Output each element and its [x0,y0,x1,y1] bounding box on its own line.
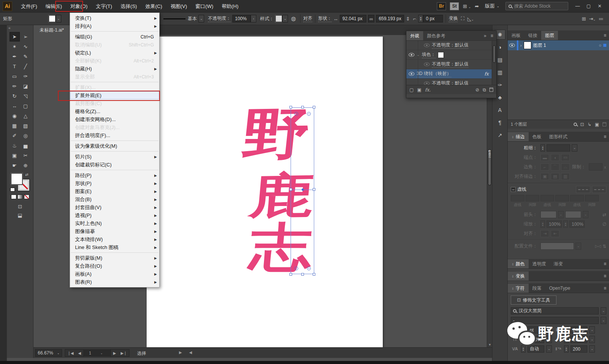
appearance-row-label[interactable]: 不透明度：默认值 [432,61,468,68]
eyedropper-tool[interactable]: ✐ [10,131,20,140]
arrange-documents-icon[interactable]: ⊞ ⌄ [463,3,471,9]
align-dash-button[interactable] [592,186,606,193]
appearance-row-label[interactable]: 不透明度：默认值 [432,80,468,85]
zoom-tool[interactable]: ⊕ [21,161,31,170]
dash-field-3[interactable]: 虚线 [540,195,554,208]
menu-item-文本绕排[interactable]: 文本绕排(W)▶ [70,235,159,243]
menu-item-图表[interactable]: 图表(R)▶ [70,278,159,286]
tab-transform[interactable]: ⇕变换 [508,271,529,281]
arrowhead-start-select[interactable] [540,211,556,218]
constrain-icon[interactable]: ⛶ [461,16,464,22]
panel-menu-icon[interactable]: ≡ [604,273,606,279]
menubar-menu-9[interactable]: 帮助(H) [217,1,243,11]
butt-cap-button[interactable]: ▬ [540,154,549,161]
brush-chevron-icon[interactable]: ⌄ [198,15,204,22]
appearance-scrollbar[interactable] [492,41,496,85]
menu-item-混合[interactable]: 混合(B)▶ [70,195,159,203]
stroke-weight-input[interactable] [547,144,570,152]
draw-mode-icon[interactable]: ⊡ [18,204,22,209]
visibility-eye-icon[interactable] [424,43,430,47]
menubar-menu-1[interactable]: 文件(F) [17,1,42,11]
round-join-button[interactable]: ⌒ [551,163,559,171]
gradient-tool[interactable]: ▧ [21,121,31,131]
panel-menu-icon[interactable]: ≡ [604,286,606,291]
bevel-join-button[interactable]: ⌓ [561,163,570,171]
style-swatch[interactable] [275,15,282,22]
last-artboard-button[interactable]: ▶❘ [118,351,129,355]
menu-item-封套扭曲[interactable]: 封套扭曲(V)▶ [70,203,159,211]
stock-search-input[interactable]: 搜索 Adobe Stock [505,2,568,10]
appearance-row-opacity[interactable]: 不透明度：默认值 [406,60,496,69]
menu-item-图案[interactable]: 图案(E)▶ [70,187,159,195]
eraser-tool[interactable]: ◪ [21,81,31,91]
duplicate-item-icon[interactable]: ⧉ [483,87,486,93]
swap-arrowheads-icon[interactable]: ⇄ [603,212,606,217]
stroke-weight-chevron-icon[interactable]: ⌄ [572,144,577,152]
arrow-scale-end-input[interactable]: 100% [569,220,585,228]
stroke-tab-2[interactable]: 色板 [529,132,545,141]
fill-color-swatch[interactable] [49,15,56,22]
flip-across-icon[interactable]: ⇅ [603,244,606,249]
profile-chevron-icon[interactable]: ⌄ [575,243,581,250]
align-arrow-tip-button[interactable]: ⇥ [540,230,549,237]
gradient-button[interactable] [18,195,23,199]
prev-artboard-button[interactable]: ◀ [76,351,83,355]
panel-menu-icon[interactable]: ≡ [604,33,606,38]
character-tab-3[interactable]: OpenType [545,284,574,293]
shape-label[interactable]: 形状： [318,15,332,22]
menu-item-透视[interactable]: 透视(P)▶ [70,211,159,219]
appearance-tab-2[interactable]: 颜色参考 [423,31,449,40]
document-tab[interactable]: 未标题-1.ai* [34,25,70,35]
preserve-dash-button[interactable] [576,186,590,193]
flip-along-icon[interactable]: ▷◁ [595,244,601,248]
menu-item-复合路径[interactable]: 复合路径(O)▶ [70,262,159,270]
collapse-panel-icon[interactable]: » [484,33,486,38]
align-stroke-center-button[interactable]: ▣ [540,173,549,180]
layers-tab-3[interactable]: 图层 [541,31,558,40]
artboard-tool[interactable]: ▣ [10,151,20,160]
dashed-line-checkbox[interactable]: – [511,187,516,192]
font-family-select[interactable]: 汉仪大黑简 [511,307,599,315]
corner-radius-input[interactable]: 0 px [423,15,443,22]
stroke-tab-1[interactable]: ⇕描边 [508,132,529,141]
slice-tool[interactable]: ✂ [21,151,31,160]
dash-field-5[interactable]: 虚线 [570,195,584,208]
selection-handle[interactable] [313,273,315,276]
menu-item-隐藏[interactable]: 隐藏(H)▶ [70,65,159,73]
perspective-grid-tool[interactable]: △ [21,111,31,121]
menu-item-实时上色[interactable]: 实时上色(N)▶ [70,219,159,227]
rotate-tool[interactable]: ↻ [10,91,20,101]
menu-item-变换[interactable]: 变换(T)▶ [70,14,159,22]
magic-wand-tool[interactable]: ✶ [10,42,20,51]
new-layer-icon[interactable]: ▣ [595,122,599,127]
menubar-menu-3[interactable]: 对象(O) [66,1,92,11]
fx-badge[interactable]: fx [484,71,489,77]
add-effect-icon[interactable]: fx. [425,87,431,93]
touch-type-tool-button[interactable]: ⊡ 修饰文字工具 [511,295,556,305]
shape-width-input[interactable]: 92.041 px [340,15,366,22]
list-icon[interactable]: ≔ [599,16,604,22]
align-link[interactable]: 对齐 [303,15,312,22]
hand-tool[interactable]: ☛ [10,161,20,170]
appearance-row-effect[interactable]: 3D 绕转（映射）fx [406,69,496,79]
scale-tool[interactable]: ◹ [21,91,31,101]
appearance-row-label[interactable]: 不透明度：默认值 [432,42,468,49]
shape-height-input[interactable]: 659.193 px [376,15,404,22]
visibility-eye-icon[interactable] [424,62,430,66]
delete-item-icon[interactable] [489,88,493,92]
locate-object-icon[interactable] [574,123,577,126]
character-tab-1[interactable]: ⇕字符 [508,284,529,293]
stock-button[interactable]: St [450,2,459,10]
selection-handle[interactable] [289,273,292,276]
selection-handle[interactable] [313,188,315,191]
align-stroke-outside-button[interactable]: ▥ [561,173,570,180]
dock-panels-icon[interactable]: ⇥⌄ [589,16,596,22]
selection-handle[interactable] [289,188,292,191]
miter-join-button[interactable]: ⌐ [540,163,549,171]
arrowhead-start-chevron-icon[interactable]: ⌄ [558,211,564,218]
layer-visibility-eye-icon[interactable] [509,43,515,47]
pencil-tool[interactable]: ✏ [10,81,20,91]
default-swatches-icon[interactable] [10,188,15,192]
panel-menu-icon[interactable]: ≡ [604,261,606,267]
line-segment-tool[interactable]: ╱ [21,62,31,71]
